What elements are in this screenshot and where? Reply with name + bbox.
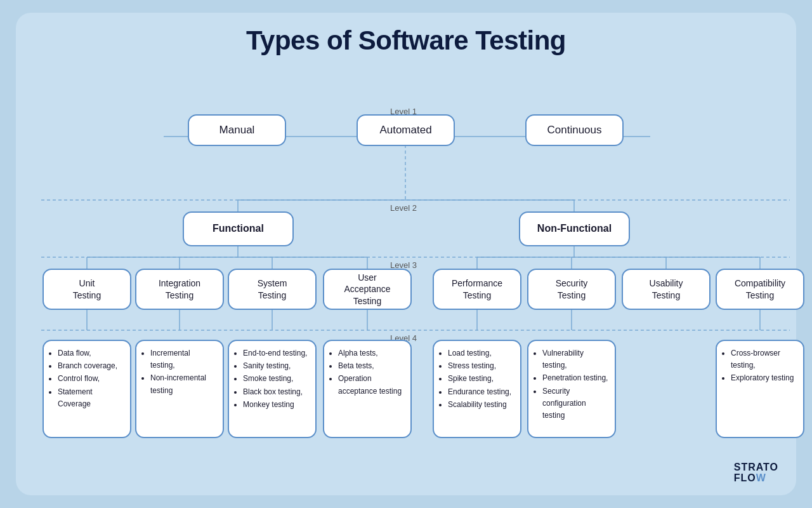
detail-compatibility: Cross-browser testing, Exploratory testi… [716,340,804,438]
node-integration-testing: Integration Testing [135,269,224,310]
node-unit-testing: Unit Testing [43,269,131,310]
detail-security: Vulnerability testing, Penetration testi… [527,340,616,438]
node-security-testing: Security Testing [527,269,616,310]
node-usability-testing: Usability Testing [622,269,710,310]
detail-system: End-to-end testing, Sanity testing, Smok… [228,340,317,438]
node-functional: Functional [183,211,294,246]
node-manual: Manual [188,114,286,146]
detail-performance: Load testing, Stress testing, Spike test… [433,340,521,438]
node-non-functional: Non-Functional [519,211,630,246]
logo-line2: FLOW [734,472,778,484]
detail-uat: Alpha tests, Beta tests, Operation accep… [323,340,412,438]
page-title: Types of Software Testing [29,19,783,61]
node-continuous: Continuous [525,114,624,146]
node-compatibility-testing: Compatibility Testing [716,269,804,310]
detail-unit: Data flow, Branch coverage, Control flow… [43,340,131,438]
diagram-container: Types of Software Testing [16,13,796,495]
node-automated: Automated [357,114,455,146]
level2-label: Level 2 [390,203,417,213]
logo: STRATO FLOW [734,462,778,484]
detail-integration: Incremental testing, Non-incremental tes… [135,340,224,438]
node-system-testing: System Testing [228,269,317,310]
node-uat: User Acceptance Testing [323,269,412,310]
logo-line1: STRATO [734,462,778,473]
node-performance-testing: Performance Testing [433,269,521,310]
logo-w: W [756,472,766,483]
